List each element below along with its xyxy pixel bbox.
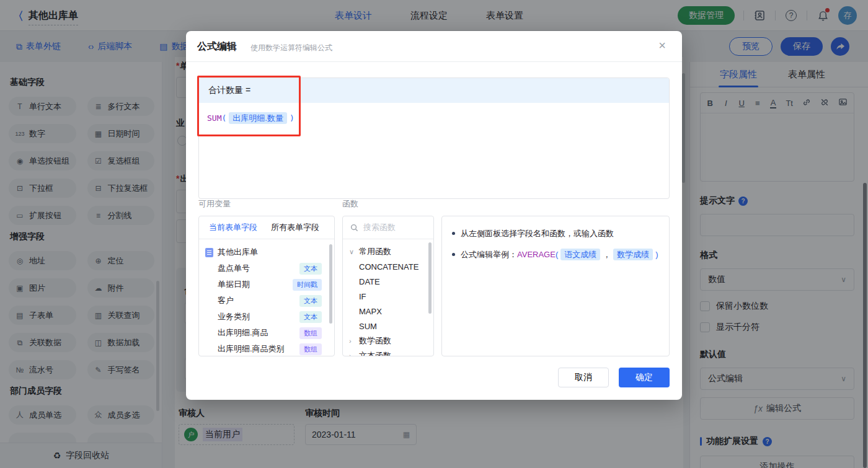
type-badge: 数组 [299, 343, 322, 355]
paren-close: ) [290, 113, 294, 123]
cancel-button[interactable]: 取消 [558, 368, 609, 387]
functions-panel: 搜索函数 ∨常用函数 CONCATENATE DATE IF MAPX SUM … [342, 216, 434, 356]
function-group-common[interactable]: ∨常用函数 [349, 244, 428, 259]
function-item[interactable]: IF [349, 289, 428, 304]
tips-panel: 从左侧面板选择字段名和函数，或输入函数 公式编辑举例：AVERAGE(语文成绩，… [441, 216, 670, 356]
form-doc-icon [205, 248, 213, 257]
variables-scrollbar[interactable] [329, 244, 332, 324]
type-badge: 文本 [299, 311, 322, 323]
bullet [452, 253, 455, 256]
modal-header: 公式编辑 使用数学运算符编辑公式 × [186, 31, 682, 62]
bullet [452, 232, 455, 235]
formula-editor-modal: 公式编辑 使用数学运算符编辑公式 × 合计数量 = SUM(出库明细.数量) 可… [186, 31, 682, 400]
variables-tree-root[interactable]: 其他出库单 [205, 244, 328, 260]
example-function-name: AVERAGE [517, 250, 556, 259]
paren-open: ( [221, 113, 226, 123]
function-group-text[interactable]: ›文本函数 [349, 348, 428, 356]
function-search-box[interactable]: 搜索函数 [343, 216, 433, 239]
caret-down-icon: ∨ [349, 248, 355, 256]
function-item[interactable]: SUM [349, 319, 428, 333]
caret-right-icon: › [349, 337, 355, 345]
function-group-math[interactable]: ›数学函数 [349, 333, 428, 348]
type-badge: 数组 [299, 327, 322, 339]
functions-label: 函数 [342, 198, 358, 210]
confirm-button[interactable]: 确定 [619, 368, 670, 387]
variable-row[interactable]: 客户文本 [205, 293, 328, 309]
formula-function-name: SUM [207, 113, 221, 123]
modal-title: 公式编辑 [197, 40, 237, 53]
type-badge: 文本 [299, 295, 322, 307]
tip-example: 公式编辑举例：AVERAGE(语文成绩，数学成绩) [461, 249, 658, 260]
type-badge: 文本 [299, 263, 322, 275]
tip-text: 从左侧面板选择字段名和函数，或输入函数 [461, 227, 614, 239]
search-icon [350, 224, 358, 232]
variable-row[interactable]: 单据日期时间戳 [205, 276, 328, 293]
function-search-placeholder: 搜索函数 [363, 222, 396, 233]
modal-subtitle: 使用数学运算符编辑公式 [250, 43, 332, 53]
functions-scrollbar[interactable] [428, 242, 432, 314]
caret-right-icon: › [349, 352, 355, 356]
variable-row[interactable]: 盘点单号文本 [205, 260, 328, 276]
variable-row[interactable]: 业务类别文本 [205, 309, 328, 325]
close-icon[interactable]: × [658, 38, 666, 53]
example-token: 数学成绩 [613, 249, 653, 260]
formula-input-area[interactable]: 合计数量 = SUM(出库明细.数量) [198, 77, 670, 199]
function-item[interactable]: MAPX [349, 304, 428, 319]
variable-row[interactable]: 出库明细.商品数组 [205, 325, 328, 341]
tab-all-form-fields[interactable]: 所有表单字段 [271, 222, 319, 233]
function-item[interactable]: DATE [349, 274, 428, 289]
function-item[interactable]: CONCATENATE [349, 259, 428, 274]
app-window: 〈 其他出库单 表单设计 流程设定 表单设置 数据管理 ? 存 ⧉表单外链 [0, 0, 868, 468]
formula-field-token[interactable]: 出库明细.数量 [229, 112, 287, 124]
example-token: 语文成绩 [560, 249, 600, 260]
variables-label: 可用变量 [198, 198, 231, 210]
variables-panel: 当前表单字段 所有表单字段 其他出库单 盘点单号文本 单据日期时间戳 客户文本 … [198, 216, 335, 356]
type-badge: 时间戳 [293, 279, 322, 291]
tab-current-form-fields[interactable]: 当前表单字段 [209, 222, 257, 233]
formula-target: 合计数量 = [199, 78, 669, 103]
variable-row[interactable]: 出库明细.商品类别数组 [205, 341, 328, 356]
